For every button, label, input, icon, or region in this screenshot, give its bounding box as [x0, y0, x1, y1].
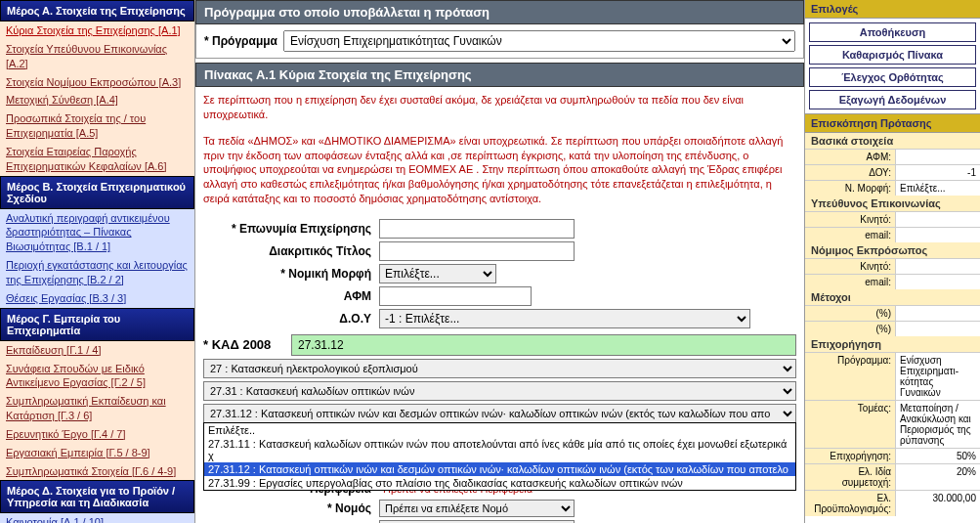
r-pct-k: (%): [805, 306, 895, 321]
program-select[interactable]: Ενίσχυση Επιχειρηματικότητας Γυναικών: [283, 30, 795, 52]
kad-opt-3[interactable]: 27.31.99 : Εργασίες υπεργολαβίας στο πλα…: [204, 476, 795, 490]
nomiki-label: * Νομική Μορφή: [203, 267, 379, 281]
nav-d1[interactable]: Καινοτομία [Δ.1 / 10]: [0, 513, 194, 523]
nav-a6[interactable]: Στοιχεία Εταιρείας Παροχής Επιχειρηματικ…: [0, 143, 194, 176]
kad-opt-0[interactable]: Επιλέξτε..: [204, 423, 795, 437]
section-c-header: Μέρος Γ. Εμπειρία του Επιχειρηματία: [0, 308, 194, 341]
r-em2-v: [895, 275, 980, 289]
r-afm-k: ΑΦΜ:: [805, 150, 895, 164]
shareholders-header: Μέτοχοι: [805, 289, 980, 305]
r-pr-k: Ελ. Προϋπολογισμός:: [805, 491, 895, 516]
r-pct-v: [895, 306, 980, 321]
r-tom-k: Τομέας:: [805, 401, 895, 448]
nomos-label: * Νομός: [203, 501, 379, 515]
main-panel: Πρόγραμμα στο οποίο υποβάλλεται η πρότασ…: [195, 0, 804, 523]
nav-c3[interactable]: Συμπληρωματική Εκπαίδευση και Κατάρτιση …: [0, 392, 194, 425]
kad-label: * ΚΑΔ 2008: [203, 337, 291, 352]
nav-a2[interactable]: Στοιχεία Υπεύθυνου Επικοινωνίας [Α.2]: [0, 40, 194, 73]
r-id-k: Ελ. Ιδία συμμετοχή:: [805, 464, 895, 490]
r-afm-v: [895, 150, 980, 164]
afm-input[interactable]: [379, 286, 532, 306]
nomos-select[interactable]: Πρέπει να επιλέξετε Νομό: [379, 500, 575, 517]
kad-opt-2[interactable]: 27.31.12 : Κατασκευή οπτικών ινών και δε…: [204, 462, 795, 476]
kad-level1[interactable]: 27 : Κατασκευή ηλεκτρολογικού εξοπλισμού: [203, 359, 796, 378]
validate-button[interactable]: Έλεγχος Ορθότητας: [809, 67, 976, 87]
nav-a5[interactable]: Προσωπικά Στοιχεία της / του Επιχειρηματ…: [0, 109, 194, 143]
kad-level3[interactable]: 27.31.12 : Κατασκευή οπτικών ινών και δε…: [203, 404, 796, 423]
r-tom-v: Μεταποίηση / Ανακύκλωση και Περιορισμός …: [895, 401, 980, 448]
kad-opt-1[interactable]: 27.31.11 : Κατασκευή καλωδίων οπτικών ιν…: [204, 437, 795, 462]
r-kin-k: Κινητό:: [805, 212, 895, 227]
afm-label: ΑΦΜ: [203, 289, 379, 303]
r-em-v: [895, 228, 980, 242]
r-pct2-k: (%): [805, 322, 895, 336]
program-label: * Πρόγραμμα: [204, 34, 277, 48]
basic-info-header: Βασικά στοιχεία: [805, 133, 980, 149]
panel-a1-header: Πίνακας Α.1 Κύρια Στοιχεία της Επιχείρησ…: [195, 63, 804, 87]
doy-select[interactable]: -1 : Επιλέξτε...: [379, 309, 750, 328]
resp-contact-header: Υπεύθυνος Επικοινωνίας: [805, 196, 980, 211]
nav-b3[interactable]: Θέσεις Εργασίας [Β.3 / 3]: [0, 289, 194, 308]
r-em-k: email:: [805, 228, 895, 242]
r-ep-k: Επιχορήγηση:: [805, 449, 895, 463]
eponimia-input[interactable]: [379, 219, 575, 239]
r-pct2-v: [895, 322, 980, 336]
nav-c1[interactable]: Εκπαίδευση [Γ.1 / 4]: [0, 341, 194, 360]
doy-label: Δ.Ο.Υ: [203, 312, 379, 326]
grant-header: Επιχορήγηση: [805, 336, 980, 352]
section-a-header: Μέρος Α. Στοιχεία της Επιχείρησης: [0, 0, 194, 22]
r-doy-k: ΔΟΥ:: [805, 165, 895, 180]
nav-c4[interactable]: Ερευνητικό Έργο [Γ.4 / 7]: [0, 425, 194, 444]
r-em2-k: email:: [805, 275, 895, 289]
diakritikos-input[interactable]: [379, 241, 575, 261]
overview-header: Επισκόπηση Πρότασης: [805, 113, 980, 133]
r-ep-v: 50%: [895, 449, 980, 463]
note-line1: Σε περίπτωση που η επιχείρηση δεν έχει σ…: [195, 87, 804, 128]
r-id-v: 20%: [895, 464, 980, 490]
nav-a1[interactable]: Κύρια Στοιχεία της Επιχείρησης [Α.1]: [0, 22, 194, 40]
r-doy-v: -1: [895, 165, 980, 180]
nav-a4[interactable]: Μετοχική Σύνθεση [Α.4]: [0, 91, 194, 109]
nav-c2[interactable]: Συνάφεια Σπουδών με Ειδικό Αντικείμενο Ε…: [0, 360, 194, 393]
diakritikos-label: Διακριτικός Τίτλος: [203, 244, 379, 258]
r-pr-v: 30.000,00: [895, 491, 980, 516]
nav-b2[interactable]: Περιοχή εγκατάστασης και λειτουργίας της…: [0, 256, 194, 289]
r-prg-k: Πρόγραμμα:: [805, 353, 895, 400]
nomiki-select[interactable]: Επιλέξτε...: [379, 264, 496, 283]
export-button[interactable]: Εξαγωγή Δεδομένων: [809, 90, 976, 109]
legal-rep-header: Νόμιμος Εκπρόσωπος: [805, 242, 980, 258]
r-kin-v: [895, 212, 980, 227]
eponimia-label: * Επωνυμία Επιχείρησης: [203, 222, 379, 236]
nav-a3[interactable]: Στοιχεία Νομίμου Εκπροσώπου [Α.3]: [0, 73, 194, 92]
section-b-header: Μέρος Β. Στοιχεία Επιχειρηματικού Σχεδίο…: [0, 176, 194, 209]
kad-level2[interactable]: 27.31 : Κατασκευή καλωδίων οπτικών ινών: [203, 381, 796, 401]
nav-c5[interactable]: Εργασιακή Εμπειρία [Γ.5 / 8-9]: [0, 444, 194, 462]
left-nav: Μέρος Α. Στοιχεία της Επιχείρησης Κύρια …: [0, 0, 195, 523]
options-header: Επιλογές: [805, 0, 980, 19]
clear-button[interactable]: Καθαρισμός Πίνακα: [809, 45, 976, 65]
right-panel: Επιλογές Αποθήκευση Καθαρισμός Πίνακα Έλ…: [804, 0, 980, 523]
r-prg-v: Ενίσχυση Επιχειρηματι­κότητας Γυναικών: [895, 353, 980, 400]
note-line2: Τα πεδία «ΔΗΜΟΣ» και «ΔΗΜΟΤΙΚΟ ΔΙΑΜΕΡΙΣΜ…: [195, 128, 804, 212]
nav-c6[interactable]: Συμπληρωματικά Στοιχεία [Γ.6 / 4-9]: [0, 462, 194, 481]
kad-level3-dropdown: Επιλέξτε.. 27.31.11 : Κατασκευή καλωδίων…: [203, 422, 796, 491]
r-nm-k: Ν. Μορφή:: [805, 181, 895, 196]
nav-b1[interactable]: Αναλυτική περιγραφή αντικειμένου δραστηρ…: [0, 209, 194, 257]
save-button[interactable]: Αποθήκευση: [809, 22, 976, 42]
r-kin2-k: Κινητό:: [805, 259, 895, 274]
r-nm-v: Επιλέξτε...: [895, 181, 980, 196]
kad-value: 27.31.12: [291, 334, 796, 356]
section-d-header: Μέρος Δ. Στοιχεία για το Προϊόν / Υπηρεσ…: [0, 480, 194, 513]
r-kin2-v: [895, 259, 980, 274]
program-panel-header: Πρόγραμμα στο οποίο υποβάλλεται η πρότασ…: [195, 0, 804, 24]
